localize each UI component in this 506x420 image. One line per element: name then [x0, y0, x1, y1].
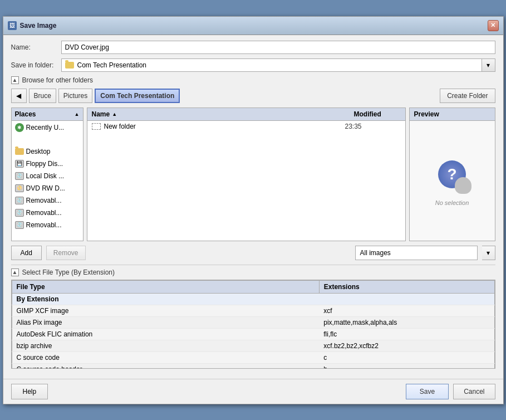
- places-item-dvd-rw[interactable]: 📀 DVD RW D...: [12, 182, 83, 194]
- back-button[interactable]: ◀: [11, 89, 27, 103]
- file-type-table: File Type Extensions By ExtensionGIMP XC…: [12, 280, 495, 369]
- places-item-removable-3[interactable]: 💿 Removabl...: [12, 219, 83, 231]
- create-folder-button[interactable]: Create Folder: [440, 89, 495, 103]
- name-field-row: Name:: [11, 41, 495, 54]
- folder-value: Com Tech Presentation: [77, 61, 147, 69]
- footer-right: Save Cancel: [406, 384, 495, 399]
- name-column-header[interactable]: Name ▲: [87, 108, 350, 120]
- file-type-name: GIMP XCF image: [12, 305, 319, 316]
- nav-pictures[interactable]: Pictures: [58, 89, 92, 103]
- close-button[interactable]: ✕: [488, 20, 499, 31]
- col-extensions: Extensions: [319, 280, 494, 293]
- places-item-local-disk[interactable]: 💿 Local Disk ...: [12, 170, 83, 182]
- image-type-dropdown-arrow[interactable]: ▾: [482, 246, 495, 260]
- preview-icon: ?: [433, 155, 471, 194]
- save-image-dialog: 🖼 Save Image ✕ Name: Save in folder: Com…: [3, 16, 504, 404]
- recently-used-icon: ✱: [15, 123, 24, 132]
- file-type-name: bzip archive: [12, 340, 319, 351]
- places-title: Places: [15, 110, 36, 118]
- file-type-extensions: fli,flc: [319, 328, 494, 340]
- preview-header: Preview: [410, 108, 495, 121]
- list-item[interactable]: Alias Pix imagepix,matte,mask,alpha,als: [12, 316, 494, 328]
- modified-col-label: Modified: [354, 110, 381, 118]
- places-item-label: Floppy Dis...: [26, 160, 63, 168]
- file-type-name: AutoDesk FLIC animation: [12, 328, 319, 340]
- floppy-icon: 💾: [15, 160, 24, 168]
- file-type-table-container: File Type Extensions By ExtensionGIMP XC…: [11, 280, 495, 369]
- folder-icon: [65, 62, 74, 69]
- dialog-title: Save Image: [20, 22, 57, 30]
- list-item[interactable]: GIMP XCF imagexcf: [12, 305, 494, 316]
- mascot-icon: [455, 177, 471, 194]
- desktop-folder-icon: [15, 148, 24, 155]
- removable-1-icon: 💿: [15, 197, 24, 204]
- add-button[interactable]: Add: [11, 246, 42, 260]
- folder-dropdown-arrow[interactable]: ▾: [482, 58, 495, 72]
- title-bar: 🖼 Save Image ✕: [3, 17, 503, 35]
- places-item-label: Recently U...: [26, 124, 65, 131]
- file-type-toggle[interactable]: ▲: [11, 268, 19, 276]
- file-type-name: C source code header: [12, 363, 319, 369]
- places-header: Places ▲: [12, 108, 83, 121]
- image-type-select[interactable]: All images: [355, 246, 478, 260]
- save-button[interactable]: Save: [406, 384, 449, 399]
- name-sort-arrow: ▲: [112, 111, 117, 117]
- browse-label: Browse for other folders: [22, 76, 93, 84]
- title-bar-left: 🖼 Save Image: [8, 21, 57, 30]
- places-item-label: Local Disk ...: [26, 172, 65, 180]
- file-name-cell: New folder: [92, 123, 345, 130]
- help-button[interactable]: Help: [11, 384, 48, 399]
- browser-area: Places ▲ ✱ Recently U... Desktop 💾 Flopp…: [11, 108, 495, 241]
- file-list-panel: Name ▲ Modified New folder 23:35: [87, 108, 406, 241]
- list-item[interactable]: By Extension: [12, 293, 494, 305]
- places-item-removable-1[interactable]: 💿 Removabl...: [12, 194, 83, 207]
- file-type-extensions: xcf: [319, 305, 494, 316]
- folder-dropdown[interactable]: Com Tech Presentation: [61, 58, 482, 72]
- list-item[interactable]: C source codec: [12, 351, 494, 363]
- removable-2-icon: 💿: [15, 209, 24, 217]
- modified-column-header[interactable]: Modified: [350, 108, 405, 120]
- places-item-recently-used[interactable]: ✱ Recently U...: [12, 121, 83, 134]
- save-in-folder-row: Save in folder: Com Tech Presentation ▾: [11, 58, 495, 72]
- file-type-extensions: [319, 293, 494, 305]
- places-item-label: Removabl...: [26, 221, 62, 229]
- remove-button[interactable]: Remove: [46, 246, 86, 260]
- preview-panel: Preview ? No selection: [409, 108, 495, 241]
- cancel-button[interactable]: Cancel: [453, 384, 495, 399]
- places-item-label: Removabl...: [26, 197, 62, 204]
- places-item-label: Desktop: [26, 148, 51, 155]
- dialog-icon: 🖼: [8, 21, 17, 30]
- dialog-body: Name: Save in folder: Com Tech Presentat…: [3, 35, 503, 379]
- file-list-header: Name ▲ Modified: [87, 108, 405, 121]
- places-panel: Places ▲ ✱ Recently U... Desktop 💾 Flopp…: [11, 108, 83, 241]
- file-type-name: C source code: [12, 351, 319, 363]
- file-type-header: ▲ Select File Type (By Extension): [11, 265, 495, 280]
- nav-com-tech[interactable]: Com Tech Presentation: [95, 89, 180, 103]
- places-sort-icon: ▲: [75, 111, 80, 117]
- file-type-name: Alias Pix image: [12, 316, 319, 328]
- places-item-removable-2[interactable]: 💿 Removabl...: [12, 207, 83, 219]
- places-item-label: DVD RW D...: [26, 184, 65, 192]
- list-item[interactable]: bzip archivexcf.bz2,bz2,xcfbz2: [12, 340, 494, 351]
- dialog-footer: Help Save Cancel: [3, 379, 503, 404]
- removable-3-icon: 💿: [15, 221, 24, 229]
- file-type-extensions: h: [319, 363, 494, 369]
- table-row[interactable]: New folder 23:35: [87, 121, 405, 132]
- file-modified-cell: 23:35: [345, 123, 401, 130]
- bottom-bar: Add Remove All images ▾: [11, 246, 495, 260]
- places-item-floppy[interactable]: 💾 Floppy Dis...: [12, 158, 83, 170]
- nav-toolbar: ◀ Bruce Pictures Com Tech Presentation C…: [11, 89, 495, 103]
- browse-section-header: ▲ Browse for other folders: [11, 76, 495, 84]
- image-type-value: All images: [360, 249, 391, 257]
- file-type-section: ▲ Select File Type (By Extension) File T…: [11, 265, 495, 369]
- save-in-label: Save in folder:: [11, 61, 61, 69]
- file-type-extensions: pix,matte,mask,alpha,als: [319, 316, 494, 328]
- browse-toggle[interactable]: ▲: [11, 76, 19, 84]
- list-item[interactable]: AutoDesk FLIC animationfli,flc: [12, 328, 494, 340]
- places-item-desktop[interactable]: Desktop: [12, 145, 83, 158]
- list-item[interactable]: C source code headerh: [12, 363, 494, 369]
- file-type-extensions: c: [319, 351, 494, 363]
- places-item-label: Removabl...: [26, 209, 62, 217]
- name-input[interactable]: [61, 41, 495, 54]
- nav-bruce[interactable]: Bruce: [29, 89, 56, 103]
